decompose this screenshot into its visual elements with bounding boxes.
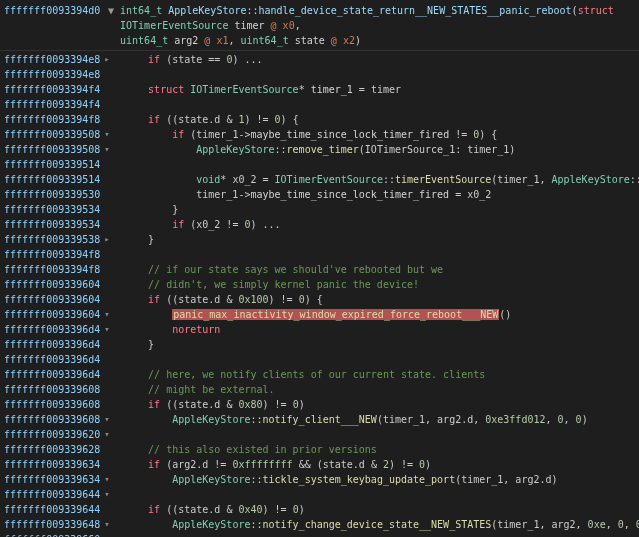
code-line: // didn't, we simply kernel panic the de… <box>124 277 639 292</box>
disassembly-body: fffffff0093394e8▸fffffff0093394e8fffffff… <box>0 51 639 537</box>
gutter-address[interactable]: fffffff009339534 <box>4 202 120 217</box>
code-line: AppleKeyStore::remove_timer(IOTimerSourc… <box>124 142 639 157</box>
code-line: // here, we notify clients of our curren… <box>124 367 639 382</box>
gutter-address[interactable]: fffffff009339634▾ <box>4 472 120 487</box>
code-line: if ((state.d & 0x100) != 0) { <box>124 292 639 307</box>
gutter-address[interactable]: fffffff009339660▾ <box>4 532 120 537</box>
gutter-address[interactable]: fffffff009339508▾ <box>4 127 120 142</box>
gutter-address[interactable]: fffffff0093394f8 <box>4 262 120 277</box>
fold-chevron-icon[interactable]: ▾ <box>104 322 109 337</box>
function-header: fffffff0093394d0 ▼ int64_t AppleKeyStore… <box>0 0 639 51</box>
gutter-address[interactable]: fffffff009339628 <box>4 442 120 457</box>
gutter-address[interactable]: fffffff0093394f4 <box>4 82 120 97</box>
fold-chevron-icon[interactable]: ▾ <box>104 142 109 157</box>
fold-chevron-icon[interactable]: ▸ <box>104 232 109 247</box>
gutter-address[interactable]: fffffff0093394e8▸ <box>4 52 120 67</box>
gutter-address[interactable]: fffffff0093396d4 <box>4 337 120 352</box>
fold-chevron-icon[interactable]: ▾ <box>104 487 109 502</box>
code-line: if (arg2.d != 0xffffffff && (state.d & 2… <box>124 457 639 472</box>
gutter-address[interactable]: fffffff009339508▾ <box>4 142 120 157</box>
code-line: void* x0_2 = IOTimerEventSource::timerEv… <box>124 172 639 187</box>
code-line: AppleKeyStore::notify_client___NEW(timer… <box>124 412 639 427</box>
code-line: if ((state.d & 0x80) != 0) <box>124 397 639 412</box>
gutter-address[interactable]: fffffff009339534 <box>4 217 120 232</box>
gutter-address[interactable]: fffffff009339514 <box>4 157 120 172</box>
gutter-address[interactable]: fffffff009339608▾ <box>4 412 120 427</box>
code-line: } <box>124 337 639 352</box>
gutter-address[interactable]: fffffff0093394f4 <box>4 97 120 112</box>
gutter-address[interactable]: fffffff009339604 <box>4 292 120 307</box>
code-line: if ((state.d & 1) != 0) { <box>124 112 639 127</box>
gutter-address[interactable]: fffffff0093394f8 <box>4 112 120 127</box>
code-line: struct IOTimerEventSource* timer_1 = tim… <box>124 82 639 97</box>
code-line: // this also existed in prior versions <box>124 442 639 457</box>
fold-chevron-icon[interactable]: ▾ <box>104 532 109 537</box>
gutter-address[interactable]: fffffff009339620▾ <box>4 427 120 442</box>
gutter-address[interactable]: fffffff009339604▾ <box>4 307 120 322</box>
gutter-address[interactable]: fffffff009339514 <box>4 172 120 187</box>
header-address: fffffff0093394d0 <box>4 3 108 18</box>
code-panel[interactable]: if (state == 0) ... struct IOTimerEventS… <box>120 51 639 537</box>
fold-chevron-icon[interactable]: ▸ <box>104 52 109 67</box>
code-line: AppleKeyStore::tickle_system_keybag_upda… <box>124 472 639 487</box>
code-line: // might be external. <box>124 382 639 397</box>
gutter-address[interactable]: fffffff0093396d4 <box>4 352 120 367</box>
fold-chevron-icon[interactable]: ▾ <box>104 412 109 427</box>
code-line: if (x0_2 != 0) ... <box>124 217 639 232</box>
code-line: timer_1->maybe_time_since_lock_timer_fir… <box>124 187 639 202</box>
code-line: } <box>124 232 639 247</box>
fold-chevron-icon[interactable]: ▾ <box>104 307 109 322</box>
gutter-address[interactable]: fffffff0093396d4▾ <box>4 322 120 337</box>
gutter-address[interactable]: fffffff0093396d4 <box>4 367 120 382</box>
gutter-address[interactable]: fffffff009339634 <box>4 457 120 472</box>
code-line: AppleKeyStore::notify_change_device_stat… <box>124 517 639 532</box>
code-line: noreturn <box>124 322 639 337</box>
gutter-address[interactable]: fffffff009339608 <box>4 382 120 397</box>
code-line: if (timer_1->maybe_time_since_lock_timer… <box>124 127 639 142</box>
fold-chevron-icon[interactable]: ▾ <box>104 517 109 532</box>
gutter-address[interactable]: fffffff0093394e8 <box>4 67 120 82</box>
code-line: panic_max_inactivity_window_expired_forc… <box>124 307 639 322</box>
gutter-address[interactable]: fffffff009339608 <box>4 397 120 412</box>
code-line: if (state == 0) ... <box>124 52 639 67</box>
gutter-address[interactable]: fffffff009339530 <box>4 187 120 202</box>
address-gutter: fffffff0093394e8▸fffffff0093394e8fffffff… <box>0 51 120 537</box>
code-line: if ((state.d & 0x40) != 0) <box>124 502 639 517</box>
function-signature: int64_t AppleKeyStore::handle_device_sta… <box>120 3 635 48</box>
fold-chevron-icon[interactable]: ▾ <box>104 127 109 142</box>
gutter-address[interactable]: fffffff009339538▸ <box>4 232 120 247</box>
collapse-arrow-icon[interactable]: ▼ <box>108 3 114 18</box>
gutter-address[interactable]: fffffff009339644▾ <box>4 487 120 502</box>
fold-chevron-icon[interactable]: ▾ <box>104 427 109 442</box>
code-line: } <box>124 202 639 217</box>
gutter-address[interactable]: fffffff0093394f8 <box>4 247 120 262</box>
fold-chevron-icon[interactable]: ▾ <box>104 472 109 487</box>
gutter-address[interactable]: fffffff009339604 <box>4 277 120 292</box>
code-line: // if our state says we should've reboot… <box>124 262 639 277</box>
gutter-address[interactable]: fffffff009339644 <box>4 502 120 517</box>
gutter-address[interactable]: fffffff009339648▾ <box>4 517 120 532</box>
